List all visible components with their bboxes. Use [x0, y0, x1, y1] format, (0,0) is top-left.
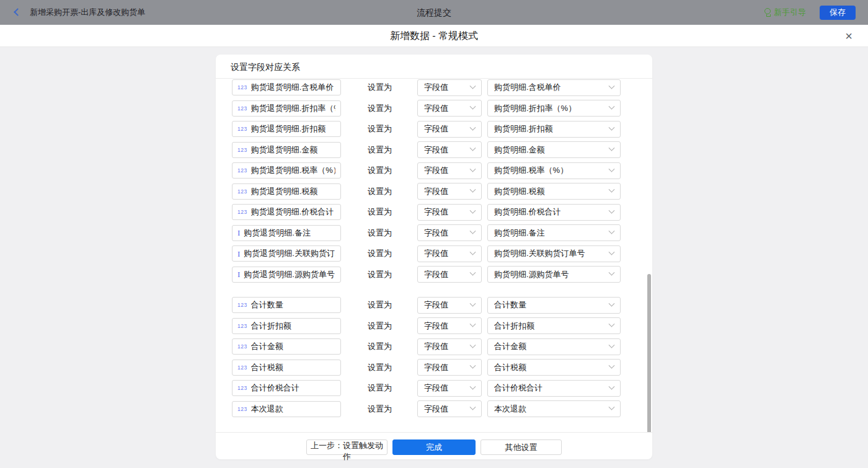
- source-field-box[interactable]: I购货退货明细.关联购货订...: [232, 245, 341, 262]
- source-field-box[interactable]: 123合计税额: [232, 360, 341, 376]
- beginner-guide-link[interactable]: 新手引导: [764, 7, 806, 18]
- target-field-dropdown[interactable]: 合计数量: [487, 297, 621, 314]
- source-field-box[interactable]: I购货退货明细.备注: [232, 225, 341, 241]
- panel-title: 设置字段对应关系: [216, 55, 652, 79]
- prev-step-button[interactable]: 上一步：设置触发动作: [306, 439, 388, 455]
- save-button[interactable]: 保存: [820, 6, 856, 20]
- mapping-row: 123合计税额设置为字段值合计税额: [216, 360, 652, 376]
- value-type-dropdown[interactable]: 字段值: [417, 317, 482, 334]
- target-field-label: 购货明细.源购货单号: [494, 269, 606, 280]
- target-field-dropdown[interactable]: 购货明细.税额: [487, 183, 621, 200]
- group-gap: [216, 287, 652, 297]
- set-as-label: 设置为: [368, 82, 394, 93]
- target-field-dropdown[interactable]: 合计税额: [487, 359, 621, 376]
- source-field-box[interactable]: 123购货退货明细.金额: [232, 142, 341, 158]
- number-field-icon: 123: [237, 147, 247, 153]
- target-field-dropdown[interactable]: 购货明细.折扣率（%）: [487, 100, 621, 117]
- mapping-row: 123合计数量设置为字段值合计数量: [216, 297, 652, 313]
- chevron-down-icon: [609, 363, 615, 369]
- target-field-label: 合计折扣额: [494, 320, 606, 332]
- target-field-dropdown[interactable]: 购货明细.税率（%）: [487, 162, 621, 179]
- set-as-label: 设置为: [368, 269, 394, 280]
- value-type-dropdown[interactable]: 字段值: [417, 162, 482, 179]
- value-type-dropdown[interactable]: 字段值: [417, 266, 482, 283]
- chevron-down-icon: [609, 228, 615, 234]
- source-field-box[interactable]: 123合计数量: [232, 297, 341, 313]
- target-field-dropdown[interactable]: 本次退款: [487, 400, 621, 417]
- chevron-down-icon: [609, 207, 615, 213]
- topbar-actions: 新手引导 保存: [764, 0, 856, 25]
- chevron-down-icon: [470, 383, 476, 389]
- mapping-row: I购货退货明细.源购货单号设置为字段值购货明细.源购货单号: [216, 267, 652, 283]
- mapping-row: 123购货退货明细.含税单价设置为字段值购货明细.含税单价: [216, 79, 652, 95]
- value-type-dropdown[interactable]: 字段值: [417, 359, 482, 376]
- source-field-box[interactable]: 123本次退款: [232, 401, 341, 417]
- chevron-down-icon: [609, 300, 615, 306]
- value-type-dropdown[interactable]: 字段值: [417, 121, 482, 138]
- target-field-dropdown[interactable]: 合计金额: [487, 338, 621, 355]
- mapping-row: 123购货退货明细.税率（%）设置为字段值购货明细.税率（%）: [216, 162, 652, 179]
- value-type-dropdown[interactable]: 字段值: [417, 79, 482, 96]
- chevron-down-icon: [470, 187, 476, 193]
- value-type-dropdown[interactable]: 字段值: [417, 100, 482, 117]
- done-button[interactable]: 完成: [392, 439, 476, 455]
- target-field-dropdown[interactable]: 购货明细.关联购货订单号: [487, 245, 621, 262]
- number-field-icon: 123: [237, 188, 247, 195]
- value-type-label: 字段值: [424, 404, 467, 415]
- source-field-box[interactable]: 123购货退货明细.税额: [232, 183, 341, 200]
- mapping-row: 123本次退款设置为字段值本次退款: [216, 401, 652, 417]
- source-field-box[interactable]: 123合计金额: [232, 338, 341, 355]
- chevron-down-icon: [609, 249, 615, 255]
- value-type-dropdown[interactable]: 字段值: [417, 297, 482, 314]
- target-field-label: 合计数量: [494, 299, 606, 311]
- target-field-dropdown[interactable]: 购货明细.备注: [487, 224, 621, 241]
- field-mapping-panel: 设置字段对应关系 123购货退货明细.含税单价设置为字段值购货明细.含税单价12…: [216, 55, 652, 459]
- source-field-label: 购货退货明细.源购货单号: [244, 269, 335, 280]
- target-field-dropdown[interactable]: 购货明细.金额: [487, 141, 621, 158]
- source-field-box[interactable]: 123合计价税合计: [232, 380, 341, 396]
- mapping-row: 123购货退货明细.税额设置为字段值购货明细.税额: [216, 183, 652, 200]
- set-as-label: 设置为: [368, 362, 394, 373]
- source-field-box[interactable]: 123购货退货明细.折扣额: [232, 121, 341, 137]
- number-field-icon: 123: [237, 302, 247, 308]
- chevron-down-icon: [470, 363, 476, 369]
- value-type-dropdown[interactable]: 字段值: [417, 141, 482, 158]
- text-field-icon: I: [237, 270, 240, 278]
- source-field-box[interactable]: I购货退货明细.源购货单号: [232, 267, 341, 283]
- source-field-box[interactable]: 123购货退货明细.含税单价: [232, 79, 341, 95]
- source-field-box[interactable]: 123合计折扣额: [232, 318, 341, 334]
- value-type-dropdown[interactable]: 字段值: [417, 183, 482, 200]
- value-type-dropdown[interactable]: 字段值: [417, 224, 482, 241]
- other-settings-button[interactable]: 其他设置: [480, 439, 562, 455]
- source-field-box[interactable]: 123购货退货明细.价税合计: [232, 204, 341, 220]
- value-type-dropdown[interactable]: 字段值: [417, 400, 482, 417]
- mapping-row: 123购货退货明细.金额设置为字段值购货明细.金额: [216, 142, 652, 158]
- mapping-row: 123购货退货明细.折扣额设置为字段值购货明细.折扣额: [216, 121, 652, 137]
- target-field-dropdown[interactable]: 购货明细.源购货单号: [487, 266, 621, 283]
- set-as-label: 设置为: [368, 165, 394, 176]
- number-field-icon: 123: [237, 209, 247, 215]
- source-field-box[interactable]: 123购货退货明细.折扣率（%）: [232, 100, 341, 117]
- mapping-row: 123购货退货明细.价税合计设置为字段值购货明细.价税合计: [216, 204, 652, 220]
- top-bar: 新增采购开票-出库及修改购货单 流程提交 新手引导 保存: [0, 0, 868, 25]
- value-type-label: 字段值: [424, 382, 467, 394]
- target-field-label: 购货明细.税率（%）: [494, 165, 606, 176]
- value-type-dropdown[interactable]: 字段值: [417, 338, 482, 355]
- set-as-label: 设置为: [368, 186, 394, 197]
- target-field-dropdown[interactable]: 合计价税合计: [487, 380, 621, 397]
- source-field-box[interactable]: 123购货退货明细.税率（%）: [232, 162, 341, 179]
- source-field-label: 购货退货明细.金额: [251, 144, 318, 156]
- target-field-label: 购货明细.含税单价: [494, 82, 606, 93]
- vertical-scrollbar[interactable]: [647, 274, 651, 432]
- value-type-label: 字段值: [424, 123, 467, 135]
- target-field-dropdown[interactable]: 购货明细.折扣额: [487, 121, 621, 138]
- value-type-dropdown[interactable]: 字段值: [417, 380, 482, 397]
- value-type-dropdown[interactable]: 字段值: [417, 245, 482, 262]
- target-field-dropdown[interactable]: 购货明细.价税合计: [487, 204, 621, 221]
- chevron-down-icon: [470, 300, 476, 306]
- target-field-dropdown[interactable]: 合计折扣额: [487, 317, 621, 334]
- value-type-dropdown[interactable]: 字段值: [417, 204, 482, 221]
- target-field-dropdown[interactable]: 购货明细.含税单价: [487, 79, 621, 96]
- source-field-label: 购货退货明细.价税合计: [251, 206, 334, 218]
- close-icon[interactable]: ×: [841, 28, 857, 44]
